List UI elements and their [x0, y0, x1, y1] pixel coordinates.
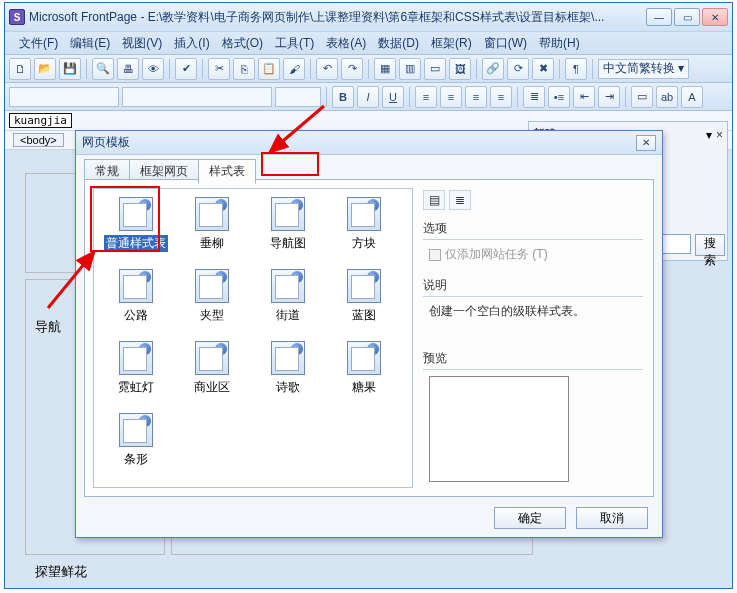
menu-window[interactable]: 窗口(W) [478, 33, 533, 54]
italic-button[interactable]: I [357, 86, 379, 108]
borders-button[interactable]: ▭ [631, 86, 653, 108]
template-label: 蓝图 [352, 307, 376, 324]
window-controls: — ▭ ✕ [646, 8, 728, 26]
template-label: 导航图 [270, 235, 306, 252]
dialog-tab-page: 普通样式表垂柳导航图方块公路夹型街道蓝图霓虹灯商业区诗歌糖果条形 ▤ ≣ 选项 … [84, 179, 654, 497]
menu-view[interactable]: 视图(V) [116, 33, 168, 54]
template-item[interactable]: 霓虹灯 [98, 337, 174, 409]
divider [423, 296, 643, 297]
search-button[interactable]: 🔍 [92, 58, 114, 80]
template-item[interactable]: 街道 [250, 265, 326, 337]
font-select[interactable] [122, 87, 272, 107]
font-color-button[interactable]: A [681, 86, 703, 108]
template-icon [119, 413, 153, 447]
table-button[interactable]: ▥ [399, 58, 421, 80]
numbering-button[interactable]: ≣ [523, 86, 545, 108]
template-item[interactable]: 夹型 [174, 265, 250, 337]
picture-button[interactable]: 🖼 [449, 58, 471, 80]
template-item[interactable]: 糖果 [326, 337, 402, 409]
paste-button[interactable]: 📋 [258, 58, 280, 80]
view-list-button[interactable]: ≣ [449, 190, 471, 210]
new-button[interactable]: 🗋 [9, 58, 31, 80]
align-left-button[interactable]: ≡ [415, 86, 437, 108]
template-item[interactable]: 方块 [326, 193, 402, 265]
template-item[interactable]: 条形 [98, 409, 174, 481]
refresh-button[interactable]: ⟳ [507, 58, 529, 80]
bold-button[interactable]: B [332, 86, 354, 108]
align-justify-button[interactable]: ≡ [490, 86, 512, 108]
template-item[interactable]: 普通样式表 [98, 193, 174, 265]
maximize-button[interactable]: ▭ [674, 8, 700, 26]
web-component-button[interactable]: ▦ [374, 58, 396, 80]
menu-frame[interactable]: 框架(R) [425, 33, 478, 54]
template-label: 霓虹灯 [118, 379, 154, 396]
template-icon [195, 269, 229, 303]
outdent-button[interactable]: ⇤ [573, 86, 595, 108]
template-icon [347, 341, 381, 375]
highlight-button[interactable]: ab [656, 86, 678, 108]
convert-dropdown[interactable]: 中文简繁转换 ▾ [598, 59, 689, 79]
redo-button[interactable]: ↷ [341, 58, 363, 80]
preview-label: 预览 [423, 350, 643, 367]
separator [310, 59, 311, 79]
view-large-icons-button[interactable]: ▤ [423, 190, 445, 210]
menu-edit[interactable]: 编辑(E) [64, 33, 116, 54]
format-painter-button[interactable]: 🖌 [283, 58, 305, 80]
menu-table[interactable]: 表格(A) [320, 33, 372, 54]
close-button[interactable]: ✕ [702, 8, 728, 26]
underline-button[interactable]: U [382, 86, 404, 108]
align-right-button[interactable]: ≡ [465, 86, 487, 108]
cancel-button[interactable]: 取消 [576, 507, 648, 529]
option-add-task-checkbox[interactable] [429, 249, 441, 261]
template-item[interactable]: 导航图 [250, 193, 326, 265]
toolbar-standard: 🗋 📂 💾 🔍 🖶 👁 ✔ ✂ ⎘ 📋 🖌 ↶ ↷ ▦ ▥ ▭ 🖼 🔗 ⟳ ✖ … [5, 55, 732, 83]
show-all-button[interactable]: ¶ [565, 58, 587, 80]
app-icon: S [9, 9, 25, 25]
menu-file[interactable]: 文件(F) [13, 33, 64, 54]
save-button[interactable]: 💾 [59, 58, 81, 80]
template-label: 街道 [276, 307, 300, 324]
file-tab[interactable]: kuangjia [9, 113, 72, 128]
indent-button[interactable]: ⇥ [598, 86, 620, 108]
separator [326, 87, 327, 107]
template-item[interactable]: 公路 [98, 265, 174, 337]
cut-button[interactable]: ✂ [208, 58, 230, 80]
menu-insert[interactable]: 插入(I) [168, 33, 215, 54]
task-pane-close[interactable]: × [716, 128, 723, 142]
menu-help[interactable]: 帮助(H) [533, 33, 586, 54]
menu-tools[interactable]: 工具(T) [269, 33, 320, 54]
search-button[interactable]: 搜索 [695, 234, 725, 256]
dialog-close-button[interactable]: ✕ [636, 135, 656, 151]
minimize-button[interactable]: — [646, 8, 672, 26]
ok-button[interactable]: 确定 [494, 507, 566, 529]
open-button[interactable]: 📂 [34, 58, 56, 80]
template-item[interactable]: 商业区 [174, 337, 250, 409]
separator [409, 87, 410, 107]
template-list[interactable]: 普通样式表垂柳导航图方块公路夹型街道蓝图霓虹灯商业区诗歌糖果条形 [93, 188, 413, 488]
undo-button[interactable]: ↶ [316, 58, 338, 80]
template-label: 公路 [124, 307, 148, 324]
layer-button[interactable]: ▭ [424, 58, 446, 80]
menu-data[interactable]: 数据(D) [372, 33, 425, 54]
option-add-task-label: 仅添加网站任务 (T) [445, 246, 548, 263]
template-item[interactable]: 蓝图 [326, 265, 402, 337]
template-icon [119, 197, 153, 231]
template-label: 垂柳 [200, 235, 224, 252]
body-tag-selector[interactable]: <body> [13, 133, 64, 147]
task-pane-dropdown-icon[interactable]: ▾ [706, 128, 712, 142]
spell-button[interactable]: ✔ [175, 58, 197, 80]
copy-button[interactable]: ⎘ [233, 58, 255, 80]
print-button[interactable]: 🖶 [117, 58, 139, 80]
template-item[interactable]: 垂柳 [174, 193, 250, 265]
style-select[interactable] [9, 87, 119, 107]
hyperlink-button[interactable]: 🔗 [482, 58, 504, 80]
menu-format[interactable]: 格式(O) [216, 33, 269, 54]
preview-button[interactable]: 👁 [142, 58, 164, 80]
stop-button[interactable]: ✖ [532, 58, 554, 80]
template-icon [271, 197, 305, 231]
align-center-button[interactable]: ≡ [440, 86, 462, 108]
template-item[interactable]: 诗歌 [250, 337, 326, 409]
size-select[interactable] [275, 87, 321, 107]
tab-stylesheet[interactable]: 样式表 [198, 159, 256, 184]
bullets-button[interactable]: •≡ [548, 86, 570, 108]
